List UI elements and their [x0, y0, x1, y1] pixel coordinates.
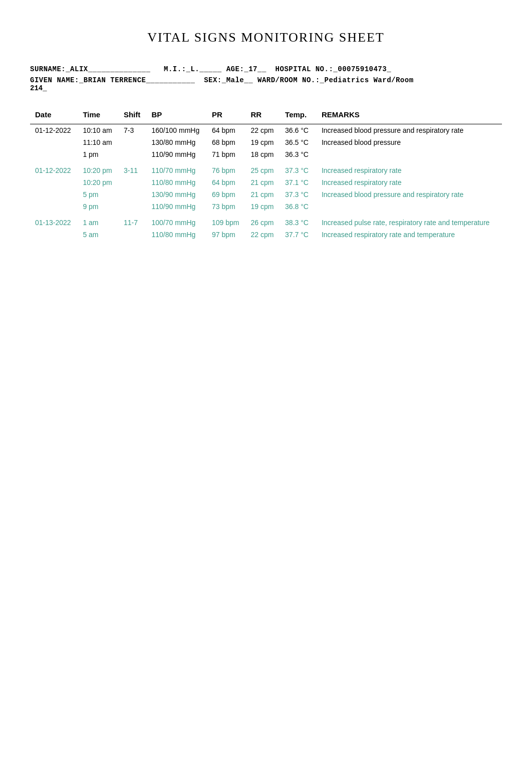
cell-temp: 37.7 °C [280, 229, 317, 241]
cell-bp: 130/80 mmHg [146, 136, 206, 148]
col-header-pr: PR [207, 107, 246, 124]
cell-date [30, 229, 78, 241]
cell-pr: 64 bpm [207, 176, 246, 188]
cell-pr: 97 bpm [207, 229, 246, 241]
cell-bp: 160/100 mmHg [146, 124, 206, 137]
cell-time: 1 pm [78, 148, 119, 160]
cell-remarks: Increased respiratory rate [317, 176, 502, 188]
cell-pr: 76 bpm [207, 164, 246, 176]
spacer-row [30, 213, 502, 217]
cell-remarks: Increased blood pressure [317, 136, 502, 148]
cell-rr: 19 cpm [245, 201, 280, 213]
col-header-remarks: REMARKS [317, 107, 502, 124]
cell-shift [119, 201, 147, 213]
cell-shift [119, 176, 147, 188]
cell-time: 11:10 am [78, 136, 119, 148]
cell-time: 9 pm [78, 201, 119, 213]
cell-rr: 25 cpm [245, 164, 280, 176]
table-row: 01-13-20221 am11-7100/70 mmHg109 bpm26 c… [30, 217, 502, 229]
cell-rr: 22 cpm [245, 229, 280, 241]
cell-bp: 110/90 mmHg [146, 201, 206, 213]
cell-temp: 36.3 °C [280, 148, 317, 160]
col-header-date: Date [30, 107, 78, 124]
col-header-temp: Temp. [280, 107, 317, 124]
cell-remarks [317, 201, 502, 213]
spacer-row [30, 160, 502, 164]
cell-date [30, 148, 78, 160]
cell-rr: 19 cpm [245, 136, 280, 148]
cell-rr: 21 cpm [245, 188, 280, 201]
table-row: 01-12-202210:10 am7-3160/100 mmHg64 bpm2… [30, 124, 502, 137]
table-row: 10:20 pm110/80 mmHg64 bpm21 cpm37.1 °CIn… [30, 176, 502, 188]
cell-time: 1 am [78, 217, 119, 229]
cell-temp: 36.5 °C [280, 136, 317, 148]
cell-shift [119, 148, 147, 160]
age: AGE:_17 [226, 65, 257, 73]
table-row: 11:10 am130/80 mmHg68 bpm19 cpm36.5 °CIn… [30, 136, 502, 148]
page-title: VITAL SIGNS MONITORING SHEET [30, 30, 502, 45]
cell-temp: 36.6 °C [280, 124, 317, 137]
cell-bp: 110/80 mmHg [146, 176, 206, 188]
cell-time: 5 pm [78, 188, 119, 201]
room-number: 214_ [30, 84, 502, 92]
cell-shift [119, 229, 147, 241]
patient-info-line1: SURNAME:_ALIX______________ M.I.:_L.____… [30, 65, 502, 73]
cell-rr: 21 cpm [245, 176, 280, 188]
given-name: GIVEN NAME:_BRIAN TERRENCE [30, 76, 146, 84]
cell-remarks: Increased pulse rate, respiratory rate a… [317, 217, 502, 229]
table-row: 01-12-202210:20 pm3-11110/70 mmHg76 bpm2… [30, 164, 502, 176]
cell-date: 01-12-2022 [30, 164, 78, 176]
cell-remarks [317, 148, 502, 160]
vital-signs-table: Date Time Shift BP PR RR Temp. REMARKS 0… [30, 107, 502, 241]
cell-bp: 110/80 mmHg [146, 229, 206, 241]
cell-rr: 26 cpm [245, 217, 280, 229]
cell-remarks: Increased respiratory rate [317, 164, 502, 176]
cell-date [30, 201, 78, 213]
surname: SURNAME:_ALIX [30, 65, 88, 73]
col-header-time: Time [78, 107, 119, 124]
cell-pr: 64 bpm [207, 124, 246, 137]
cell-remarks: Increased blood pressure and respiratory… [317, 124, 502, 137]
cell-date [30, 136, 78, 148]
cell-bp: 100/70 mmHg [146, 217, 206, 229]
cell-temp: 37.1 °C [280, 176, 317, 188]
table-row: 1 pm110/90 mmHg71 bpm18 cpm36.3 °C [30, 148, 502, 160]
cell-pr: 69 bpm [207, 188, 246, 201]
table-row: 5 am110/80 mmHg97 bpm22 cpm37.7 °CIncrea… [30, 229, 502, 241]
cell-time: 10:20 pm [78, 176, 119, 188]
patient-info-line2: GIVEN NAME:_BRIAN TERRENCE___________ SE… [30, 76, 502, 84]
cell-pr: 73 bpm [207, 201, 246, 213]
cell-date: 01-12-2022 [30, 124, 78, 137]
cell-shift [119, 188, 147, 201]
cell-bp: 130/90 mmHg [146, 188, 206, 201]
hospital-no: HOSPITAL NO.:_00075910473_ [276, 65, 391, 73]
cell-time: 10:20 pm [78, 164, 119, 176]
cell-temp: 37.3 °C [280, 164, 317, 176]
cell-pr: 68 bpm [207, 136, 246, 148]
cell-rr: 22 cpm [245, 124, 280, 137]
cell-date: 01-13-2022 [30, 217, 78, 229]
col-header-shift: Shift [119, 107, 147, 124]
cell-shift: 3-11 [119, 164, 147, 176]
mi: M.I.:_L. [164, 65, 199, 73]
cell-temp: 38.3 °C [280, 217, 317, 229]
cell-pr: 109 bpm [207, 217, 246, 229]
sex: SEX:_Male [204, 76, 244, 84]
cell-temp: 36.8 °C [280, 201, 317, 213]
col-header-rr: RR [245, 107, 280, 124]
cell-remarks: Increased respiratory rate and temperatu… [317, 229, 502, 241]
cell-date [30, 188, 78, 201]
cell-remarks: Increased blood pressure and respiratory… [317, 188, 502, 201]
cell-date [30, 176, 78, 188]
cell-time: 5 am [78, 229, 119, 241]
cell-shift: 11-7 [119, 217, 147, 229]
table-row: 5 pm130/90 mmHg69 bpm21 cpm37.3 °CIncrea… [30, 188, 502, 201]
ward: WARD/ROOM NO.:_Pediatrics Ward/Room [257, 76, 414, 84]
cell-temp: 37.3 °C [280, 188, 317, 201]
cell-shift: 7-3 [119, 124, 147, 137]
cell-pr: 71 bpm [207, 148, 246, 160]
col-header-bp: BP [146, 107, 206, 124]
table-row: 9 pm110/90 mmHg73 bpm19 cpm36.8 °C [30, 201, 502, 213]
cell-time: 10:10 am [78, 124, 119, 137]
cell-bp: 110/90 mmHg [146, 148, 206, 160]
